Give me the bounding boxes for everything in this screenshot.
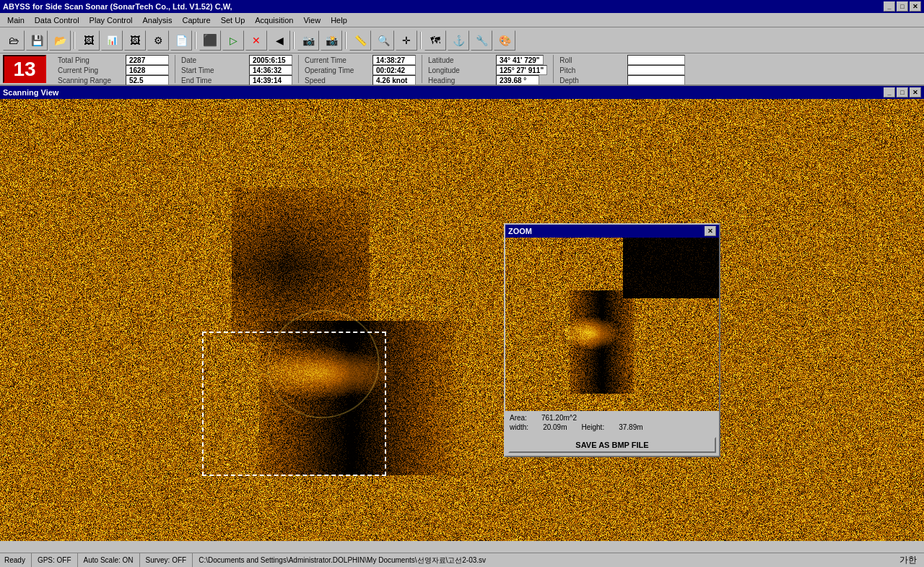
speed-row: Speed 4.26 knot [305,75,416,85]
menu-setup[interactable]: Set Up [217,14,250,26]
menu-acquisition[interactable]: Acquisition [250,14,297,26]
zoom-close-button[interactable]: ✕ [705,226,716,236]
datetime-section: Date 2005:6:15 Start Time 14:36:32 End T… [175,55,299,83]
zoom-title: ZOOM [508,227,532,235]
toolbar-map[interactable]: 🗺 [424,30,446,51]
zoom-area-label: Area: [510,414,527,422]
end-time-label: End Time [181,77,246,85]
end-time-row: End Time 14:39:14 [181,75,292,85]
toolbar-sep-3 [293,32,295,49]
zoom-width-value: 20.09m [543,423,567,431]
maximize-button[interactable]: □ [897,1,908,12]
zoom-titlebar: ZOOM ✕ [505,225,719,238]
minimize-button[interactable]: _ [884,1,895,12]
current-ping-value: 1628 [126,65,169,75]
toolbar-image[interactable]: 🖼 [78,30,100,51]
longitude-row: Longitude 125° 27' 911" [428,65,547,75]
longitude-label: Longitude [428,66,493,74]
speed-label: Speed [305,77,370,85]
scanning-range-label: Scanning Range [58,77,123,85]
toolbar-zoom-search[interactable]: 🔍 [372,30,394,51]
operating-time-row: Operating Time 00:02:42 [305,65,416,75]
menu-analysis[interactable]: Analysis [139,14,177,26]
menu-play-control[interactable]: Play Control [85,14,137,26]
date-value: 2005:6:15 [249,55,292,65]
menu-data-control[interactable]: Data Control [30,14,84,26]
menu-capture[interactable]: Capture [178,14,215,26]
toolbar-save[interactable]: 💾 [26,30,48,51]
heading-label: Heading [428,77,493,85]
zoom-canvas [505,238,719,411]
toolbar-measure[interactable]: 📏 [349,30,371,51]
scanning-view-container: Scanning View _ □ ✕ ZOOM ✕ Area: 761.20m… [0,86,924,541]
sonar-image[interactable] [0,99,924,541]
date-row: Date 2005:6:15 [181,55,292,65]
depth-row: Depth [559,75,685,85]
close-button[interactable]: ✕ [910,1,921,12]
current-time-label: Current Time [305,56,370,64]
toolbar-wrench[interactable]: 🔧 [471,30,492,51]
latitude-value: 34° 41' 729" [496,55,544,65]
toolbar-sep-4 [345,32,346,49]
scanning-maximize-button[interactable]: □ [897,87,908,98]
operating-time-value: 00:02:42 [372,65,416,75]
status-filepath: C:\Documents and Settings\Administrator.… [193,553,895,567]
toolbar-doc[interactable]: 📄 [170,30,192,51]
toolbar-new[interactable]: 🗁 [3,30,25,51]
toolbar-image2[interactable]: 🖼 [124,30,146,51]
ping-number-display: 13 [3,55,46,83]
title-bar-buttons: _ □ ✕ [884,1,921,12]
latitude-row: Latitude 34° 41' 729" [428,55,547,65]
menu-help[interactable]: Help [326,14,352,26]
menu-view[interactable]: View [299,14,325,26]
info-panel: 13 Total Ping 2287 Current Ping 1628 Sca… [0,53,924,86]
zoom-window[interactable]: ZOOM ✕ Area: 761.20m^2 width: 20.09m Hei… [504,223,720,457]
scanning-range-row: Scanning Range 52.5 [58,75,169,85]
toolbar-back[interactable]: ◀ [269,30,290,51]
end-time-value: 14:39:14 [249,75,292,85]
menu-main[interactable]: Main [3,14,29,26]
toolbar-play[interactable]: ▷ [222,30,244,51]
date-label: Date [181,56,246,64]
current-time-value: 14:38:27 [372,55,416,65]
pitch-label: Pitch [559,66,624,74]
total-ping-label: Total Ping [58,56,123,64]
toolbar-settings[interactable]: ⚙ [147,30,169,51]
toolbar-camera2[interactable]: 📸 [321,30,342,51]
toolbar-camera[interactable]: 📷 [297,30,319,51]
total-ping-row: Total Ping 2287 [58,55,169,65]
status-gps: GPS: OFF [32,553,78,567]
toolbar-sep-2 [195,32,196,49]
current-time-row: Current Time 14:38:27 [305,55,416,65]
zoom-area-value: 761.20m^2 [541,414,577,422]
motion-section: Roll Pitch Depth [554,55,691,83]
zoom-image-area [505,238,719,411]
depth-value [627,75,685,85]
toolbar-record[interactable]: ⬛ [199,30,221,51]
ping-info-section: Total Ping 2287 Current Ping 1628 Scanni… [52,55,175,83]
zoom-height-value: 37.89m [619,423,642,431]
pitch-value [627,65,685,75]
toolbar: 🗁 💾 📂 🖼 📊 🖼 ⚙ 📄 ⬛ ▷ ✕ ◀ 📷 📸 📏 🔍 ✛ 🗺 ⚓ 🔧 … [0,27,924,53]
depth-label: Depth [559,77,624,85]
latitude-label: Latitude [428,56,493,64]
toolbar-palette[interactable]: 🎨 [494,30,515,51]
toolbar-chart[interactable]: 📊 [101,30,123,51]
app-title: ABYSS for Side Scan Sonar (SonarTech Co.… [3,2,232,11]
scanning-minimize-button[interactable]: _ [884,87,895,98]
toolbar-stop[interactable]: ✕ [245,30,267,51]
speed-value: 4.26 knot [372,75,416,85]
menu-bar: Main Data Control Play Control Analysis … [0,13,924,27]
zoom-height-label: Height: [581,423,604,431]
scanning-close-button[interactable]: ✕ [910,87,921,98]
toolbar-sep-1 [74,32,75,49]
start-time-value: 14:36:32 [249,65,292,75]
save-bmp-button[interactable]: SAVE AS BMP FILE [508,437,716,453]
status-survey: Survey: OFF [140,553,193,567]
roll-value [627,55,685,65]
scanning-range-value: 52.5 [126,75,169,85]
toolbar-open[interactable]: 📂 [49,30,71,51]
roll-row: Roll [559,55,685,65]
toolbar-crosshair[interactable]: ✛ [396,30,417,51]
toolbar-anchor[interactable]: ⚓ [448,30,469,51]
